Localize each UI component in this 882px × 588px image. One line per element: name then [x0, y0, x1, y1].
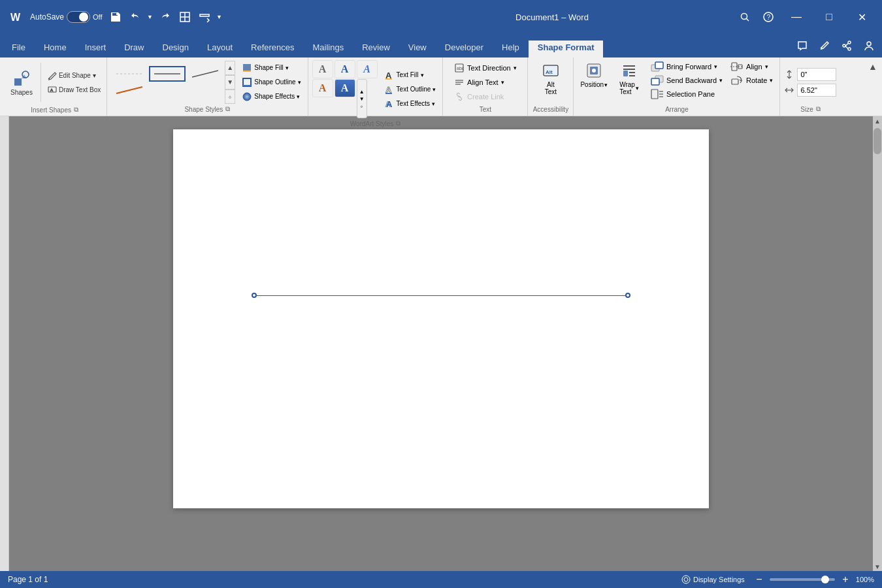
shape-outline-button[interactable]: Shape Outline ▾ — [239, 76, 303, 89]
undo-button[interactable] — [126, 8, 144, 26]
align-button[interactable]: Align ▾ — [728, 60, 776, 73]
zoom-out-button[interactable]: − — [753, 573, 766, 586]
zoom-in-button[interactable]: + — [839, 573, 852, 586]
shape-styles-dialog-icon[interactable]: ⧉ — [225, 105, 230, 113]
search-button[interactable] — [734, 7, 755, 27]
editing-button[interactable] — [814, 38, 835, 54]
wordart-scroll-more[interactable]: ▲ ▼ ⬦ — [357, 79, 367, 118]
shapes-button[interactable]: Shapes — [7, 60, 37, 105]
shape-style-empty1[interactable] — [149, 82, 186, 98]
width-input[interactable]: 6.52" — [797, 84, 836, 97]
svg-point-15 — [867, 42, 871, 46]
undo-dropdown-button[interactable]: ▼ — [146, 8, 155, 26]
text-effects-button[interactable]: AA Text Effects ▾ — [382, 97, 439, 110]
edit-shape-button[interactable]: Edit Shape ▾ — [45, 69, 103, 82]
wordart-styles-dialog-icon[interactable]: ⧉ — [396, 120, 400, 127]
shape-style-row2 — [111, 82, 223, 98]
text-direction-button[interactable]: abc Text Direction ▾ — [451, 61, 519, 74]
tab-help[interactable]: Help — [493, 39, 529, 57]
height-input[interactable]: 0" — [797, 68, 836, 81]
wordart-item-1[interactable]: A — [312, 60, 333, 78]
create-link-button[interactable]: Create Link — [451, 90, 506, 103]
close-button[interactable]: ✕ — [847, 7, 877, 27]
maximize-button[interactable]: □ — [814, 7, 844, 27]
align-column: Align ▾ Rotate ▾ — [728, 60, 776, 87]
help-icon-button[interactable]: ? — [758, 7, 779, 27]
style-scroll-more[interactable]: ⬦ — [225, 90, 235, 104]
draw-textbox-button[interactable]: A Draw Text Box — [45, 83, 103, 96]
wordart-item-3[interactable]: A — [357, 60, 378, 78]
shape-outline-label: Shape Outline — [254, 78, 295, 86]
send-backward-button[interactable]: Send Backward ▾ — [648, 74, 725, 87]
wrap-text-button[interactable]: WrapText ▾ — [613, 60, 645, 97]
svg-line-14 — [845, 46, 848, 49]
tab-shape-format[interactable]: Shape Format — [529, 39, 604, 57]
tab-mailings[interactable]: Mailings — [304, 39, 353, 57]
tab-draw[interactable]: Draw — [115, 39, 153, 57]
customize-qa-button[interactable]: ▼ — [215, 8, 224, 26]
display-settings-button[interactable]: Display Settings — [679, 574, 747, 585]
document-scroll-area[interactable] — [9, 116, 873, 571]
tab-view[interactable]: View — [399, 39, 436, 57]
tab-design[interactable]: Design — [154, 39, 198, 57]
redo-button[interactable] — [156, 8, 174, 26]
tab-review[interactable]: Review — [353, 39, 399, 57]
shape-style-empty2[interactable] — [187, 82, 223, 98]
ribbon-collapse-button[interactable]: ▲ — [866, 60, 879, 73]
tab-references[interactable]: References — [242, 39, 303, 57]
scroll-track[interactable] — [874, 125, 881, 562]
style-scroll-down[interactable]: ▼ — [225, 75, 235, 90]
position-button[interactable]: Position ▾ — [578, 60, 610, 90]
tab-developer[interactable]: Developer — [436, 39, 493, 57]
wordart-item-5[interactable]: A — [335, 79, 355, 97]
more-commands-button[interactable] — [195, 8, 214, 26]
svg-line-13 — [845, 44, 848, 46]
toggle-knob — [79, 12, 88, 22]
shape-style-none[interactable] — [111, 66, 148, 82]
style-scroll-up[interactable]: ▲ — [225, 61, 235, 75]
svg-text:abc: abc — [457, 66, 465, 71]
shape-style-diagonal-dark[interactable] — [187, 66, 223, 82]
shape-fill-button[interactable]: Shape Fill ▾ — [239, 61, 303, 74]
line-handle-right[interactable] — [625, 293, 630, 298]
table-grid-button[interactable] — [176, 8, 194, 26]
profile-button[interactable] — [858, 38, 879, 54]
zoom-slider[interactable] — [770, 578, 835, 581]
scroll-thumb[interactable] — [874, 128, 881, 154]
share-button[interactable] — [836, 38, 857, 54]
minimize-button[interactable]: — — [781, 7, 811, 27]
svg-rect-16 — [14, 78, 22, 86]
shape-style-orange[interactable] — [111, 82, 148, 98]
line-shape[interactable] — [252, 293, 630, 293]
scroll-up-arrow[interactable]: ▲ — [873, 116, 882, 125]
vertical-scrollbar[interactable]: ▲ ▼ — [873, 116, 882, 571]
size-dialog-icon[interactable]: ⧉ — [816, 105, 821, 113]
selection-pane-button[interactable]: Selection Pane — [648, 88, 725, 101]
tab-home[interactable]: Home — [35, 39, 76, 57]
text-outline-button[interactable]: A Text Outline ▾ — [382, 83, 439, 96]
comments-button[interactable] — [792, 38, 813, 54]
shape-effects-button[interactable]: Shape Effects ▾ — [239, 90, 303, 103]
svg-rect-5 — [200, 14, 209, 16]
rotate-button[interactable]: Rotate ▾ — [728, 74, 776, 87]
wordart-item-2[interactable]: A — [335, 60, 355, 78]
tab-insert[interactable]: Insert — [76, 39, 116, 57]
save-button[interactable] — [106, 8, 125, 26]
create-link-label: Create Link — [467, 93, 504, 101]
insert-shapes-dialog-icon[interactable]: ⧉ — [74, 106, 78, 114]
scroll-down-arrow[interactable]: ▼ — [873, 562, 882, 571]
line-handle-left[interactable] — [252, 293, 257, 298]
align-text-button[interactable]: Align Text ▾ — [451, 76, 507, 89]
tab-file[interactable]: File — [3, 39, 35, 57]
autosave-toggle[interactable] — [67, 11, 90, 23]
svg-point-28 — [243, 93, 251, 101]
text-fill-button[interactable]: A Text Fill ▾ — [382, 69, 439, 82]
text-outline-label: Text Outline — [397, 86, 431, 93]
quick-access-toolbar: ▼ ▼ — [106, 8, 224, 26]
bring-forward-button[interactable]: Bring Forward ▾ — [648, 60, 725, 73]
wordart-item-4[interactable]: A — [312, 79, 333, 97]
tab-layout[interactable]: Layout — [198, 39, 242, 57]
shape-style-solid-dark[interactable] — [149, 66, 186, 82]
accessibility-label: Accessibility — [532, 105, 569, 114]
alt-text-button[interactable]: Alt AltText — [532, 60, 569, 97]
